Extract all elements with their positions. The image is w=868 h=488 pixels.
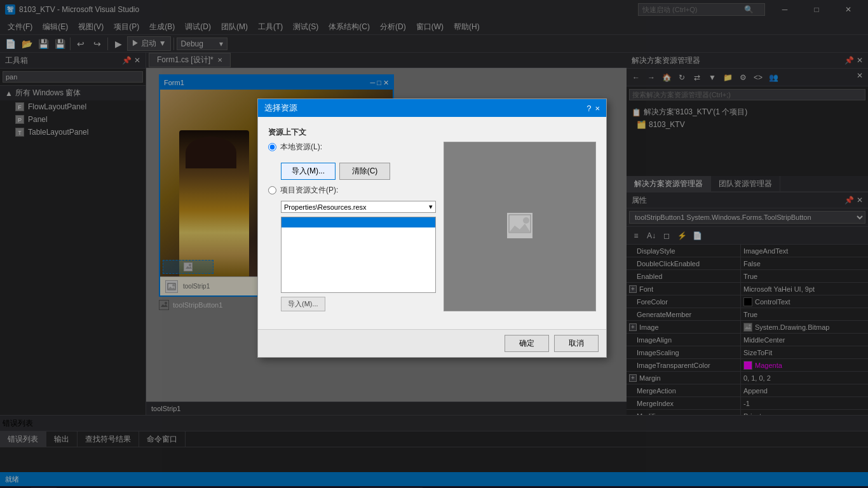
local-resource-radio[interactable] bbox=[268, 143, 276, 151]
dialog-content-row: 本地资源(L): 导入(M)... 清除(C) 项目资源文件(P): bbox=[268, 142, 596, 311]
preview-icon bbox=[507, 213, 532, 238]
resource-list-item-selected[interactable]: ​ bbox=[281, 217, 435, 227]
dialog-overlay: 选择资源 ? × 资源上下文 本地资源(L): bbox=[0, 0, 868, 488]
project-resource-dropdown-area: Properties\Resources.resx ▾ ​ 导入(M)... bbox=[268, 201, 436, 311]
radio-group: 本地资源(L): 导入(M)... 清除(C) 项目资源文件(P): bbox=[268, 142, 436, 311]
dropdown-arrow-icon: ▾ bbox=[429, 203, 433, 211]
ok-button[interactable]: 确定 bbox=[505, 335, 549, 352]
dialog-title-text: 选择资源 bbox=[264, 102, 297, 114]
clear-button[interactable]: 清除(C) bbox=[339, 163, 390, 180]
dialog-close-button[interactable]: × bbox=[595, 104, 600, 113]
project-resource-label: 项目资源文件(P): bbox=[280, 185, 338, 196]
dialog-body: 资源上下文 本地资源(L): 导入(M)... 清除(C) bbox=[258, 117, 606, 329]
preview-image-placeholder bbox=[507, 213, 532, 240]
local-resource-label: 本地资源(L): bbox=[280, 142, 322, 152]
local-resource-radio-item: 本地资源(L): bbox=[268, 142, 436, 152]
import-btn-project[interactable]: 导入(M)... bbox=[281, 297, 325, 311]
dialog-title-bar: 选择资源 ? × bbox=[258, 99, 606, 117]
dialog-preview-panel bbox=[444, 142, 596, 311]
select-resource-dialog: 选择资源 ? × 资源上下文 本地资源(L): bbox=[257, 98, 607, 358]
project-resource-radio-item: 项目资源文件(P): bbox=[268, 185, 436, 196]
svg-rect-9 bbox=[507, 213, 532, 238]
cancel-button[interactable]: 取消 bbox=[554, 335, 599, 352]
local-resource-btn-row: 导入(M)... 清除(C) bbox=[268, 163, 436, 180]
resource-file-dropdown[interactable]: Properties\Resources.resx ▾ bbox=[281, 201, 436, 213]
dialog-title-controls: ? × bbox=[587, 104, 600, 113]
svg-point-11 bbox=[523, 217, 529, 224]
context-label: 资源上下文 bbox=[268, 127, 596, 138]
dialog-help-button[interactable]: ? bbox=[587, 104, 591, 113]
import-m-button[interactable]: 导入(M)... bbox=[281, 163, 336, 180]
dialog-context-section: 资源上下文 本地资源(L): 导入(M)... 清除(C) bbox=[268, 127, 596, 311]
dialog-footer: 确定 取消 bbox=[258, 329, 606, 357]
resource-list[interactable]: ​ bbox=[281, 217, 436, 293]
project-resource-radio[interactable] bbox=[268, 186, 276, 194]
dialog-left-panel: 本地资源(L): 导入(M)... 清除(C) 项目资源文件(P): bbox=[268, 142, 436, 311]
